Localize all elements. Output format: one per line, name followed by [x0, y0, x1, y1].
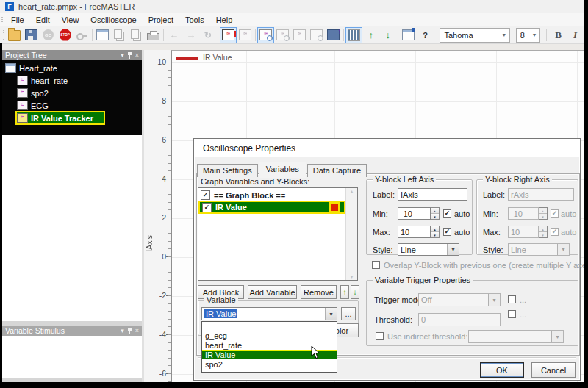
chevron-down-icon[interactable]: ▾ [447, 244, 459, 255]
variable-combo[interactable]: IR Value ▾ [201, 307, 337, 320]
chevron-down-icon: ▾ [529, 32, 539, 38]
scroll-up-icon[interactable]: ▴ [350, 188, 353, 195]
panel-splitter[interactable] [142, 50, 144, 382]
dropdown-blank-row[interactable] [202, 322, 337, 331]
trigger-mode-caption: Trigger mode: [374, 295, 424, 304]
spin-down-icon[interactable]: ▾ [431, 232, 439, 237]
move-item-up-button[interactable]: ↑ [340, 285, 349, 299]
grid-view-button[interactable] [345, 27, 362, 43]
left-axis-min-spinner[interactable]: ▴▾ [431, 207, 440, 220]
export-data-button[interactable] [325, 27, 342, 43]
right-axis-style-value: Line [511, 245, 526, 254]
menu-oscilloscope[interactable]: Oscilloscope [85, 14, 142, 26]
y-block-left-axis-group: Y-block Left Axis Label: IAxis Min: -10 … [366, 179, 473, 255]
tree-item-heart-rate[interactable]: ≈ heart_rate [5, 74, 142, 87]
spin-up-icon[interactable]: ▴ [431, 226, 439, 232]
chevron-down-icon[interactable]: ▾ [325, 308, 337, 320]
scope-pan-button[interactable]: ≈ [291, 27, 308, 43]
spin-down-icon[interactable]: ▾ [431, 214, 439, 219]
copy-button[interactable] [111, 27, 128, 43]
grid-lines-icon [348, 29, 360, 41]
max-auto-label: auto [454, 228, 470, 237]
scope-zoom-out-button[interactable]: ≈ [274, 27, 291, 43]
menu-help[interactable]: Help [210, 14, 239, 26]
dialog-title-bar[interactable]: Oscilloscope Properties [195, 140, 579, 157]
add-variable-button[interactable]: Add Variable [248, 285, 297, 299]
remove-button[interactable]: Remove [301, 285, 337, 299]
font-size-select[interactable]: 8 ▾ [516, 28, 540, 43]
bold-button[interactable]: B [550, 27, 567, 43]
tree-item-selected-label: IR Value Tracker [31, 114, 93, 123]
right-axis-style-combo: Line ▾ [508, 243, 570, 256]
left-axis-label-input[interactable]: IAxis [398, 188, 467, 201]
ir-value-checkbox[interactable]: ✓ [202, 203, 212, 212]
pin-icon[interactable] [127, 52, 132, 59]
series-color-swatch[interactable] [329, 202, 340, 212]
panel-menu-icon[interactable]: ▾ [121, 327, 124, 334]
check-icon: ✓ [203, 192, 209, 198]
tree-item-ir-value-tracker[interactable]: ≈ IR Value Tracker [17, 112, 104, 123]
ok-button[interactable]: OK [480, 362, 524, 378]
dropdown-option-spo2[interactable]: spo2 [202, 359, 337, 369]
spin-up-icon[interactable]: ▴ [431, 208, 439, 214]
graph-variables-list[interactable]: ✓ == Graph Block == ✓ IR Value ▴ ▾ [198, 187, 358, 281]
connection-button[interactable] [74, 27, 90, 43]
go-button[interactable]: GO [40, 27, 57, 43]
font-family-select[interactable]: Tahoma ▾ [440, 28, 509, 43]
left-axis-max-auto-checkbox[interactable]: ✓ [443, 228, 451, 236]
menu-file[interactable]: File [5, 14, 30, 26]
ir-value-row[interactable]: ✓ IR Value [200, 202, 344, 212]
panel-menu-icon[interactable]: ▾ [121, 51, 124, 59]
stop-button[interactable]: STOP [57, 27, 74, 43]
left-axis-min-input[interactable]: -10 [398, 207, 431, 220]
open-project-button[interactable] [6, 27, 23, 43]
forward-button[interactable]: → [182, 27, 199, 43]
variable-trigger-group: Variable Trigger Properties Trigger mode… [366, 280, 578, 346]
pin-icon[interactable] [127, 328, 132, 334]
move-item-down-button[interactable]: ↓ [351, 285, 359, 299]
menu-project[interactable]: Project [143, 14, 179, 26]
tab-variables[interactable]: Variables [259, 162, 306, 178]
menu-view[interactable]: View [56, 14, 85, 26]
tab-main-settings[interactable]: Main Settings [197, 164, 258, 177]
toolbar-separator [163, 29, 164, 41]
properties-button[interactable] [400, 27, 417, 43]
italic-button[interactable]: I [567, 27, 584, 43]
close-icon[interactable]: × [135, 51, 139, 59]
left-axis-style-combo[interactable]: Line ▾ [398, 243, 459, 256]
print-button[interactable] [145, 27, 162, 43]
context-help-button[interactable]: ? [417, 27, 434, 43]
cancel-button[interactable]: Cancel [531, 362, 576, 378]
recorder-view-button[interactable]: ≈ [237, 27, 254, 43]
graph-block-row[interactable]: ✓ == Graph Block == [198, 190, 357, 201]
legend-line-swatch [176, 57, 198, 60]
graph-block-checkbox[interactable]: ✓ [201, 190, 210, 200]
left-axis-max-spinner[interactable]: ▴▾ [431, 226, 440, 238]
scroll-down-icon[interactable]: ▾ [350, 273, 353, 280]
chevron-down-icon: ▾ [557, 244, 569, 255]
dropdown-option-g-ecg[interactable]: g_ecg [202, 331, 337, 340]
back-button[interactable]: ← [165, 27, 182, 43]
oscilloscope-view-button[interactable]: ≈ [220, 27, 237, 43]
left-axis-min-auto-checkbox[interactable]: ✓ [443, 209, 451, 218]
scope-zoom-button[interactable]: ≈ [257, 27, 274, 43]
close-icon[interactable]: × [135, 327, 139, 334]
project-tree-toggle-button[interactable] [94, 27, 111, 43]
paste-button[interactable] [128, 27, 145, 43]
tree-item-spo2[interactable]: ≈ spo2 [5, 87, 142, 99]
scope-fit-button[interactable] [308, 27, 325, 43]
right-axis-group-title: Y-block Right Axis [483, 175, 552, 184]
tree-root-item[interactable]: Heart_rate [5, 62, 142, 74]
tree-item-ecg[interactable]: ≈ ECG [5, 99, 142, 112]
left-axis-max-input[interactable]: 10 [398, 226, 431, 238]
move-down-button[interactable]: ↓ [379, 27, 396, 43]
refresh-button[interactable]: ↻ [199, 27, 216, 43]
browse-variable-button[interactable]: ... [341, 307, 356, 320]
save-project-button[interactable] [23, 27, 40, 43]
tab-data-capture[interactable]: Data Capture [307, 164, 367, 177]
move-up-button[interactable]: ↑ [362, 27, 379, 43]
menu-edit[interactable]: Edit [30, 14, 56, 26]
tree-item-label: ECG [31, 101, 49, 110]
list-scrollbar[interactable]: ▴ ▾ [345, 188, 357, 280]
menu-tools[interactable]: Tools [179, 14, 210, 26]
